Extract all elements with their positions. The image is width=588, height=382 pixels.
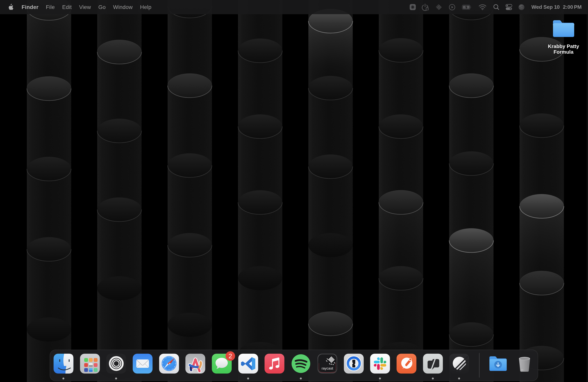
- svg-text:raycast: raycast: [321, 366, 333, 370]
